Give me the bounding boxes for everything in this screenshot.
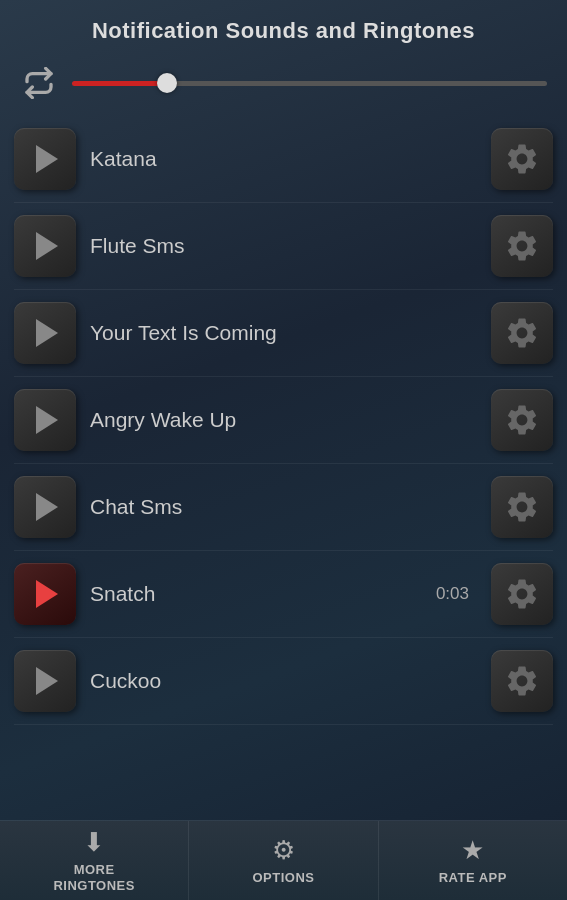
gear-icon [504,576,540,612]
play-button[interactable] [14,302,76,364]
ringtone-settings-button[interactable] [491,476,553,538]
play-button[interactable] [14,128,76,190]
ringtone-name: Flute Sms [90,234,477,258]
play-button[interactable] [14,476,76,538]
ringtone-item[interactable]: Flute Sms [14,203,553,290]
play-button[interactable] [14,389,76,451]
play-triangle-icon [36,319,58,347]
gear-icon [504,141,540,177]
ringtone-settings-button[interactable] [491,650,553,712]
options-gear-icon: ⚙ [272,835,295,866]
repeat-button[interactable] [20,64,58,102]
gear-icon [504,315,540,351]
ringtone-settings-button[interactable] [491,389,553,451]
play-triangle-icon [36,406,58,434]
ringtone-settings-button[interactable] [491,302,553,364]
play-button[interactable] [14,563,76,625]
app-container: Notification Sounds and Ringtones Katana… [0,0,567,900]
volume-row [0,54,567,116]
gear-icon [504,663,540,699]
page-title: Notification Sounds and Ringtones [0,0,567,54]
ringtone-item[interactable]: Angry Wake Up [14,377,553,464]
volume-slider-container[interactable] [72,73,547,93]
options-label: OPTIONS [252,870,314,886]
ringtone-duration: 0:03 [436,584,469,604]
ringtone-name: Your Text Is Coming [90,321,477,345]
ringtone-name: Katana [90,147,477,171]
download-icon: ⬇ [83,827,105,858]
star-icon: ★ [461,835,484,866]
rate-app-label: RATE APP [439,870,507,886]
ringtone-name: Angry Wake Up [90,408,477,432]
gear-icon [504,489,540,525]
more-ringtones-label: MORE RINGTONES [53,862,135,893]
ringtone-settings-button[interactable] [491,563,553,625]
options-button[interactable]: ⚙ OPTIONS [189,821,378,900]
ringtone-item[interactable]: Katana [14,116,553,203]
play-triangle-icon [36,667,58,695]
ringtone-name: Cuckoo [90,669,477,693]
ringtone-item[interactable]: Your Text Is Coming [14,290,553,377]
volume-thumb [157,73,177,93]
rate-app-button[interactable]: ★ RATE APP [379,821,567,900]
ringtone-item[interactable]: Cuckoo [14,638,553,725]
ringtone-item[interactable]: Snatch0:03 [14,551,553,638]
play-triangle-icon [36,232,58,260]
more-ringtones-button[interactable]: ⬇ MORE RINGTONES [0,821,189,900]
play-button[interactable] [14,215,76,277]
gear-icon [504,402,540,438]
ringtone-settings-button[interactable] [491,128,553,190]
volume-track [72,81,547,86]
ringtone-name: Chat Sms [90,495,477,519]
play-triangle-icon [36,493,58,521]
bottom-bar: ⬇ MORE RINGTONES ⚙ OPTIONS ★ RATE APP [0,820,567,900]
ringtone-settings-button[interactable] [491,215,553,277]
gear-icon [504,228,540,264]
play-triangle-icon [36,145,58,173]
play-triangle-icon [36,580,58,608]
play-button[interactable] [14,650,76,712]
ringtone-list: Katana Flute Sms Your Text Is Coming Ang… [0,116,567,900]
ringtone-item[interactable]: Chat Sms [14,464,553,551]
ringtone-name: Snatch [90,582,422,606]
